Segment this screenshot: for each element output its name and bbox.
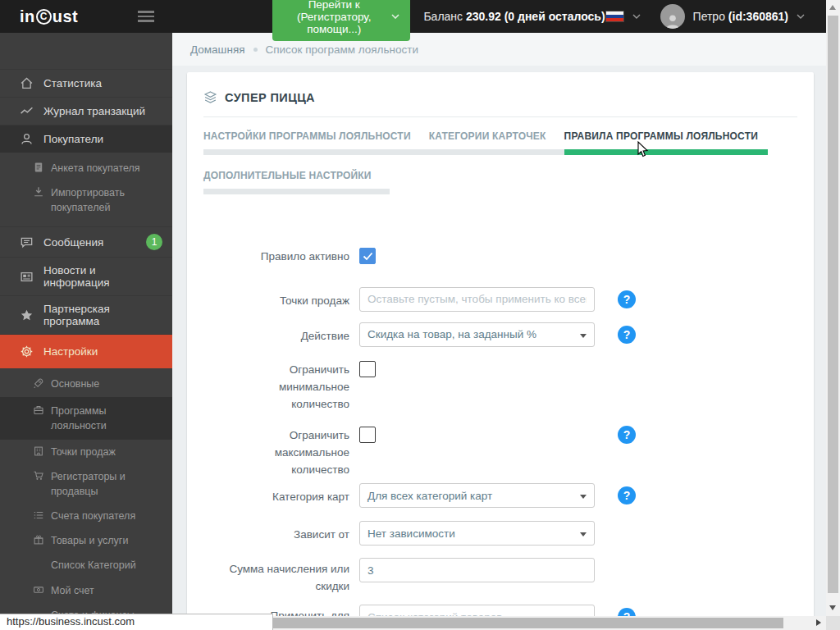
sidebar-item-statistics[interactable]: Статистика — [0, 69, 172, 97]
breadcrumb-separator — [253, 48, 258, 52]
chevron-down-icon[interactable] — [797, 14, 805, 19]
select-value: Для всех категорий карт — [368, 490, 492, 502]
help-icon[interactable]: ? — [618, 326, 636, 344]
action-select[interactable]: Скидка на товар, на заданный % — [359, 322, 595, 347]
sidebar-item-label: Мой счет — [51, 583, 94, 598]
depends-on-select[interactable]: Нет зависимости — [359, 521, 595, 546]
gift-icon — [33, 534, 44, 546]
chart-icon — [20, 104, 34, 118]
points-of-sale-input[interactable] — [359, 287, 595, 312]
form-row-product-categories: Применить для категорий товаров ? — [203, 605, 797, 616]
language-flag-ru-icon[interactable] — [605, 11, 624, 22]
select-value: Скидка на товар, на заданный % — [368, 328, 536, 340]
sidebar-item-label: Настройки — [43, 345, 98, 358]
tab-label: НАСТРОЙКИ ПРОГРАММЫ ЛОЯЛЬНОСТИ — [203, 130, 429, 142]
sidebar-item-label: Статистика — [43, 77, 102, 89]
user-name[interactable]: Петро (id:360861) — [693, 10, 788, 23]
help-icon[interactable]: ? — [618, 608, 636, 616]
sidebar-item-customers[interactable]: Покупатели — [0, 125, 172, 153]
sidebar-item-customer-accounts[interactable]: Счета покупателя — [0, 504, 172, 528]
scroll-up-arrow-icon[interactable] — [829, 5, 836, 10]
product-categories-input[interactable] — [359, 605, 595, 616]
max-quantity-checkbox[interactable] — [359, 427, 376, 443]
home-icon — [20, 76, 34, 90]
checkmark-icon — [363, 252, 373, 261]
tab-label: ПРАВИЛА ПРОГРАММЫ ЛОЯЛЬНОСТИ — [564, 130, 768, 142]
sidebar-item-partner-program[interactable]: Партнерская программа — [0, 295, 172, 334]
help-icon[interactable]: ? — [618, 290, 636, 308]
sidebar-item-category-list[interactable]: Список Категорий — [0, 553, 172, 578]
go-to-button[interactable]: Перейти к (Регистратору, помощи...) — [272, 0, 410, 41]
sidebar-item-label: Основные — [51, 377, 99, 391]
tab-underline — [203, 189, 390, 194]
sidebar-nav: Статистика Журнал транзакций Покупатели … — [0, 33, 172, 616]
sidebar-item-points-of-sale[interactable]: Точки продаж — [0, 440, 172, 464]
form-row-depends-on: Зависит от Нет зависимости — [203, 521, 797, 546]
breadcrumb-current: Список программ лояльности — [266, 43, 418, 56]
scrollbar-corner — [826, 616, 840, 630]
gear-icon — [20, 345, 34, 358]
sidebar-item-label: Анкета покупателя — [51, 161, 140, 176]
topbar-right: Петро (id:360861) — [605, 4, 826, 29]
sidebar-item-messages[interactable]: Сообщения 1 — [0, 226, 172, 257]
briefcase-icon — [33, 404, 44, 416]
form-row-max-quantity: Ограничить максимальное количество ? — [203, 426, 797, 479]
document-icon — [33, 162, 44, 173]
scroll-down-arrow-icon[interactable] — [829, 605, 836, 610]
sidebar-customers-subgroup: Анкета покупателя Импортировать покупате… — [0, 153, 172, 226]
sidebar-item-goods-services[interactable]: Товары и услуги — [0, 528, 172, 553]
field-label: Точки продаж — [203, 287, 349, 310]
form-row-rule-active: Правило активно — [203, 247, 797, 266]
sidebar-item-settings[interactable]: Настройки — [0, 334, 172, 368]
top-bar: inCust Перейти к (Регистратору, помощи..… — [0, 0, 826, 33]
scroll-right-arrow-icon[interactable] — [816, 619, 821, 626]
balance-value: 230.92 — [466, 10, 501, 23]
rule-active-checkbox[interactable] — [359, 248, 376, 264]
money-icon — [33, 584, 44, 596]
tab-card-categories[interactable]: КАТЕГОРИИ КАРТОЧЕК — [429, 130, 564, 155]
list-icon — [33, 509, 44, 521]
sidebar-item-registrars-sellers[interactable]: Регистраторы и продавцы — [0, 464, 172, 504]
help-icon[interactable]: ? — [618, 426, 636, 444]
card-category-select[interactable]: Для всех категорий карт — [359, 483, 595, 508]
loyalty-program-card: СУПЕР ПИЦЦА НАСТРОЙКИ ПРОГРАММЫ ЛОЯЛЬНОС… — [187, 72, 814, 616]
breadcrumb: Домашняя Список программ лояльности — [172, 33, 826, 66]
tab-loyalty-program-rules[interactable]: ПРАВИЛА ПРОГРАММЫ ЛОЯЛЬНОСТИ — [564, 130, 768, 155]
form-row-points-of-sale: Точки продаж ? — [203, 287, 797, 312]
tab-additional-settings[interactable]: ДОПОЛНИТЕЛЬНЫЕ НАСТРОЙКИ — [203, 170, 390, 194]
horizontal-scrollbar-thumb[interactable] — [273, 618, 783, 628]
chevron-down-icon[interactable] — [632, 14, 641, 19]
field-label: Ограничить максимальное количество — [203, 426, 349, 479]
sidebar-item-transactions-log[interactable]: Журнал транзакций — [0, 97, 172, 125]
sidebar-item-general[interactable]: Основные — [0, 372, 172, 396]
sidebar-item-label: Импортировать покупателей — [51, 185, 162, 215]
go-to-button-label: Перейти к (Регистратору, помощи...) — [283, 0, 385, 35]
min-quantity-checkbox[interactable] — [359, 361, 376, 377]
form-row-amount: Сумма начисления или скидки — [203, 558, 797, 596]
field-label: Зависит от — [203, 521, 349, 544]
help-icon[interactable]: ? — [618, 486, 636, 504]
user-avatar[interactable] — [660, 4, 685, 29]
sidebar-item-label: Регистраторы и продавцы — [51, 469, 162, 499]
breadcrumb-home-link[interactable]: Домашняя — [190, 43, 245, 56]
topbar-left: inCust — [0, 7, 172, 26]
vertical-scrollbar-thumb[interactable] — [828, 16, 838, 593]
tab-row-1: НАСТРОЙКИ ПРОГРАММЫ ЛОЯЛЬНОСТИ КАТЕГОРИИ… — [203, 130, 797, 155]
sidebar-item-news[interactable]: Новости и информация — [0, 257, 172, 295]
tab-underline — [203, 149, 429, 155]
amount-input[interactable] — [359, 558, 595, 582]
tabs: НАСТРОЙКИ ПРОГРАММЫ ЛОЯЛЬНОСТИ КАТЕГОРИИ… — [203, 117, 797, 194]
vertical-scrollbar[interactable] — [826, 0, 840, 616]
sidebar-item-my-account[interactable]: Мой счет — [0, 578, 172, 603]
sidebar-item-customer-form[interactable]: Анкета покупателя — [0, 156, 172, 180]
chat-icon — [20, 235, 34, 249]
sidebar-item-loyalty-programs[interactable]: Программы лояльности — [0, 397, 172, 440]
hamburger-menu-icon[interactable] — [138, 11, 154, 22]
chevron-down-icon — [391, 14, 399, 19]
sidebar-item-import-customers[interactable]: Импортировать покупателей — [0, 180, 172, 220]
tab-label: ДОПОЛНИТЕЛЬНЫЕ НАСТРОЙКИ — [203, 170, 390, 181]
main-content: Домашняя Список программ лояльности СУПЕ… — [172, 33, 826, 616]
tab-loyalty-program-settings[interactable]: НАСТРОЙКИ ПРОГРАММЫ ЛОЯЛЬНОСТИ — [203, 130, 429, 155]
field-label: Категория карт — [203, 483, 349, 506]
card-header: СУПЕР ПИЦЦА — [203, 72, 797, 117]
